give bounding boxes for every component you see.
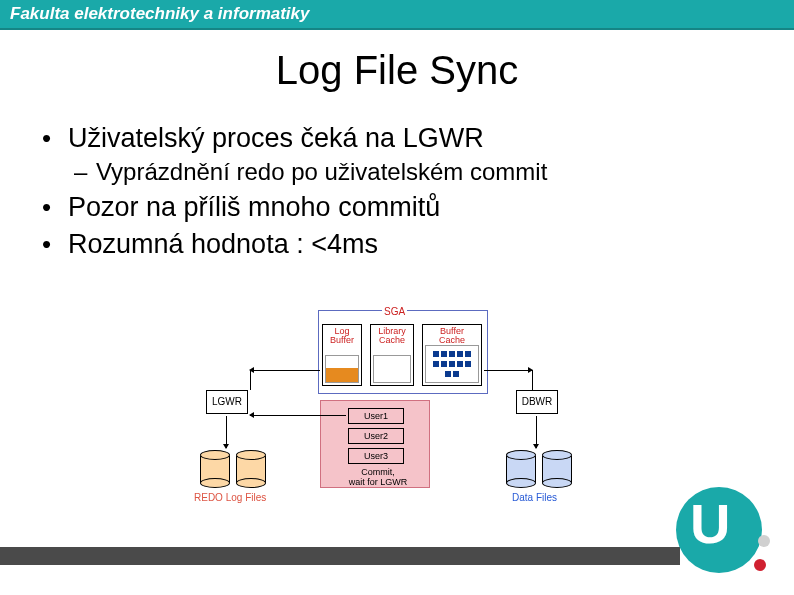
log-buffer-fill bbox=[325, 355, 359, 383]
architecture-diagram: SGA Log Buffer Library Cache Buffer Cach… bbox=[200, 310, 600, 520]
commit-wait-text: Commit, wait for LGWR bbox=[338, 468, 418, 488]
footer-bar bbox=[0, 547, 680, 565]
log-buffer-label: Log Buffer bbox=[330, 326, 354, 345]
bullet-3-text: Rozumná hodnota : <4ms bbox=[68, 229, 378, 259]
library-cache-label: Library Cache bbox=[378, 326, 406, 345]
arrow-logbuf-to-lgwr bbox=[250, 370, 320, 371]
user1-box: User1 bbox=[348, 408, 404, 424]
arrow-lgwr-conn bbox=[250, 370, 251, 390]
user2-box: User2 bbox=[348, 428, 404, 444]
arrow-dbwr-to-data bbox=[536, 416, 537, 448]
bullet-1-sub-1: Vyprázdnění redo po uživatelském commit bbox=[68, 158, 764, 186]
bullet-2: Pozor na příliš mnoho commitů bbox=[40, 192, 764, 223]
bullet-1: Uživatelský proces čeká na LGWR Vyprázdn… bbox=[40, 123, 764, 186]
arrow-user-to-lgwr bbox=[250, 415, 346, 416]
data-files-label: Data Files bbox=[512, 492, 557, 503]
redo-file-2 bbox=[236, 450, 266, 488]
library-cache-box: Library Cache bbox=[370, 324, 414, 386]
data-file-1 bbox=[506, 450, 536, 488]
logo-dot-red bbox=[754, 559, 766, 571]
arrow-dbwr-conn bbox=[532, 370, 533, 390]
data-file-2 bbox=[542, 450, 572, 488]
bullet-2-text: Pozor na příliš mnoho commitů bbox=[68, 192, 440, 222]
sga-label: SGA bbox=[382, 306, 407, 317]
content-area: Uživatelský proces čeká na LGWR Vyprázdn… bbox=[40, 123, 764, 260]
buffer-cache-label: Buffer Cache bbox=[439, 326, 465, 345]
bullet-1-sub-1-text: Vyprázdnění redo po uživatelském commit bbox=[96, 158, 547, 185]
arrow-bufcache-to-dbwr bbox=[484, 370, 532, 371]
bullet-1-text: Uživatelský proces čeká na LGWR bbox=[68, 123, 484, 153]
logo-letter: U bbox=[690, 491, 730, 556]
buffer-cache-box: Buffer Cache bbox=[422, 324, 482, 386]
logo-dot-grey bbox=[758, 535, 770, 547]
buffer-cache-fill bbox=[425, 345, 479, 383]
faculty-header: Fakulta elektrotechniky a informatiky bbox=[0, 0, 794, 30]
log-buffer-box: Log Buffer bbox=[322, 324, 362, 386]
bullet-3: Rozumná hodnota : <4ms bbox=[40, 229, 764, 260]
redo-file-1 bbox=[200, 450, 230, 488]
arrow-lgwr-to-redo bbox=[226, 416, 227, 448]
library-cache-fill bbox=[373, 355, 411, 383]
faculty-name: Fakulta elektrotechniky a informatiky bbox=[10, 4, 310, 23]
slide-title: Log File Sync bbox=[0, 48, 794, 93]
lgwr-process: LGWR bbox=[206, 390, 248, 414]
university-logo: U bbox=[664, 487, 784, 587]
user3-box: User3 bbox=[348, 448, 404, 464]
redo-files-label: REDO Log Files bbox=[194, 492, 266, 503]
dbwr-process: DBWR bbox=[516, 390, 558, 414]
